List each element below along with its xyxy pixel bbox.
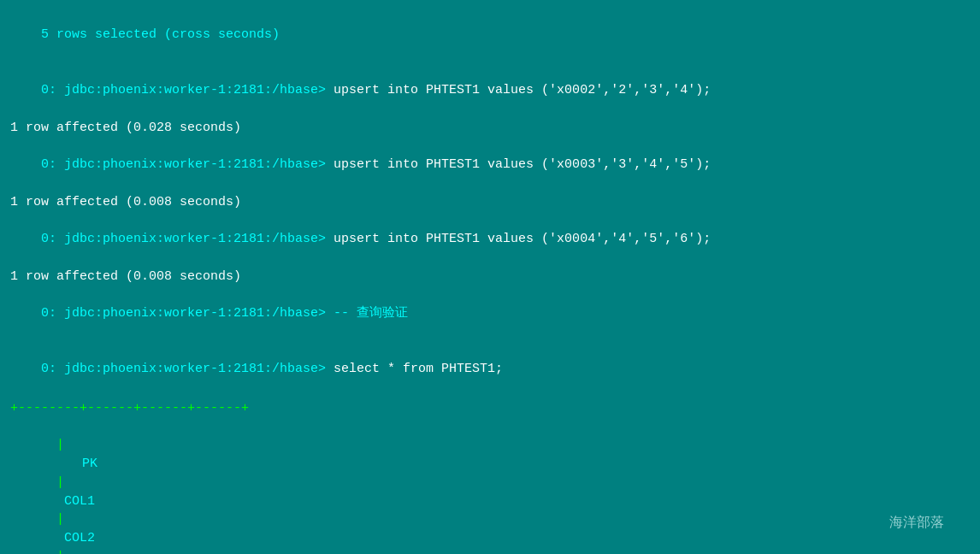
table1-header-col2: COL2 <box>56 529 103 548</box>
table1-header: | PK | COL1 | COL2 | COL3 | <box>10 418 970 555</box>
line-5: 1 row affected (0.008 seconds) <box>10 193 970 212</box>
terminal: 5 rows selected (cross seconds) 0: jdbc:… <box>10 7 970 547</box>
table1-header-col1: COL1 <box>56 492 103 511</box>
line-9: 0: jdbc:phoenix:worker-1:2181:/hbase> se… <box>10 342 970 398</box>
line-6: 0: jdbc:phoenix:worker-1:2181:/hbase> up… <box>10 211 970 267</box>
line-3: 1 row affected (0.028 seconds) <box>10 119 970 138</box>
line-1: 5 rows selected (cross seconds) <box>10 7 970 62</box>
table1-header-pk: PK <box>56 455 123 474</box>
table1-border-top: +--------+------+------+------+ <box>10 399 970 418</box>
line-8: 0: jdbc:phoenix:worker-1:2181:/hbase> --… <box>10 286 970 341</box>
line-4: 0: jdbc:phoenix:worker-1:2181:/hbase> up… <box>10 137 970 192</box>
watermark: 海洋部落 <box>889 514 944 532</box>
table-1: +--------+------+------+------+ | PK | C… <box>10 399 970 554</box>
line-2: 0: jdbc:phoenix:worker-1:2181:/hbase> up… <box>10 62 970 118</box>
line-7: 1 row affected (0.008 seconds) <box>10 268 970 286</box>
